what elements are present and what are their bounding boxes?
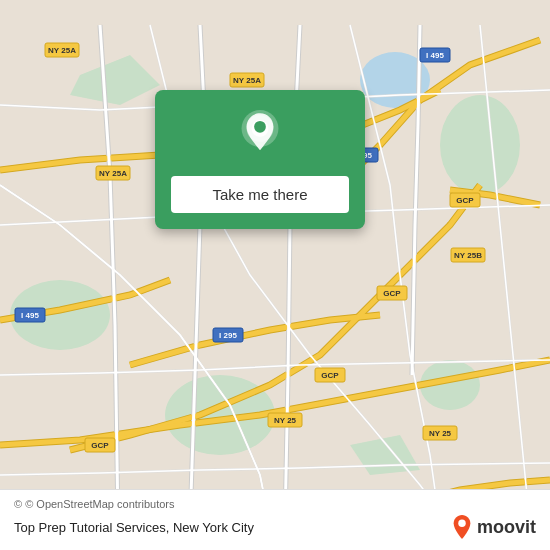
svg-text:GCP: GCP — [321, 371, 339, 380]
map-background: NY 25A NY 25A NY 25A I 495 I 495 I 495 I… — [0, 0, 550, 550]
svg-point-41 — [254, 121, 266, 133]
moovit-brand-text: moovit — [477, 517, 536, 538]
svg-text:GCP: GCP — [91, 441, 109, 450]
attribution-text: © OpenStreetMap contributors — [25, 498, 174, 510]
svg-text:NY 25A: NY 25A — [99, 169, 127, 178]
copyright-icon: © — [14, 498, 22, 510]
copyright-line: © © OpenStreetMap contributors — [14, 498, 536, 510]
svg-text:GCP: GCP — [383, 289, 401, 298]
location-card: Take me there — [155, 90, 365, 229]
svg-text:NY 25: NY 25 — [429, 429, 452, 438]
svg-text:NY 25A: NY 25A — [48, 46, 76, 55]
svg-text:NY 25B: NY 25B — [454, 251, 482, 260]
svg-text:NY 25: NY 25 — [274, 416, 297, 425]
moovit-pin-icon — [451, 514, 473, 540]
svg-text:I 295: I 295 — [219, 331, 237, 340]
map-container: NY 25A NY 25A NY 25A I 495 I 495 I 495 I… — [0, 0, 550, 550]
svg-point-2 — [440, 95, 520, 195]
svg-text:I 495: I 495 — [426, 51, 444, 60]
svg-text:NY 25A: NY 25A — [233, 76, 261, 85]
svg-text:I 495: I 495 — [21, 311, 39, 320]
take-me-there-button[interactable]: Take me there — [171, 176, 349, 213]
svg-text:GCP: GCP — [456, 196, 474, 205]
location-label: Top Prep Tutorial Services, New York Cit… — [14, 520, 254, 535]
location-pin-icon — [234, 110, 286, 162]
moovit-logo[interactable]: moovit — [451, 514, 536, 540]
bottom-bar: © © OpenStreetMap contributors Top Prep … — [0, 489, 550, 550]
svg-point-42 — [458, 520, 465, 527]
location-line: Top Prep Tutorial Services, New York Cit… — [14, 514, 536, 540]
